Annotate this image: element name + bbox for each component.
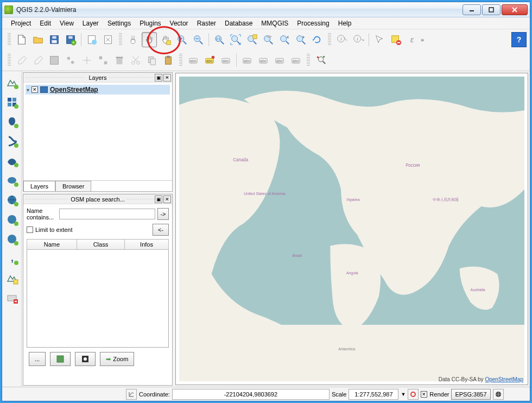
- zoom-last-button[interactable]: [277, 32, 292, 47]
- add-postgis-layer-button[interactable]: [4, 114, 20, 130]
- minimize-button[interactable]: [463, 4, 481, 15]
- move-feature-button[interactable]: [79, 53, 94, 68]
- pan-map-button[interactable]: [142, 32, 157, 47]
- menu-help[interactable]: Help: [334, 18, 356, 28]
- save-edits-button[interactable]: [47, 53, 62, 68]
- tab-browser[interactable]: Browser: [55, 181, 91, 191]
- open-project-button[interactable]: [30, 32, 46, 47]
- save-project-button[interactable]: [47, 32, 62, 47]
- osm-more-button[interactable]: ...: [29, 352, 46, 366]
- zoom-selection-button[interactable]: [244, 32, 259, 47]
- maximize-button[interactable]: [482, 4, 501, 15]
- col-infos[interactable]: Infos: [125, 240, 169, 250]
- help-button[interactable]: ?: [511, 32, 527, 47]
- copy-button[interactable]: [144, 53, 160, 68]
- zoom-next-button[interactable]: [293, 32, 308, 47]
- add-mssql-layer-button[interactable]: [4, 153, 20, 169]
- search-back-button[interactable]: <-: [153, 224, 169, 236]
- label-tool-7[interactable]: abc: [288, 53, 303, 68]
- toggle-edit-button[interactable]: [14, 53, 29, 68]
- add-wms-layer-button[interactable]: [4, 192, 20, 208]
- map-canvas[interactable]: Canada United States of America Россия У…: [175, 73, 528, 385]
- scale-input[interactable]: [349, 389, 398, 400]
- coordinate-input[interactable]: [172, 389, 330, 400]
- menu-project[interactable]: Project: [7, 18, 35, 28]
- paste-button[interactable]: [161, 53, 176, 68]
- touch-zoom-button[interactable]: [125, 32, 141, 47]
- label-tool-4[interactable]: abc: [239, 53, 255, 68]
- menu-database[interactable]: Database: [220, 18, 257, 28]
- osm-layer-button[interactable]: [75, 352, 96, 366]
- crs-icon[interactable]: [493, 389, 504, 400]
- zoom-out-button[interactable]: [191, 32, 206, 47]
- menu-vector[interactable]: Vector: [166, 18, 193, 28]
- add-wfs-layer-button[interactable]: [4, 231, 20, 247]
- stop-render-button[interactable]: [408, 389, 419, 400]
- col-class[interactable]: Class: [77, 240, 124, 250]
- zoom-in-button[interactable]: [174, 32, 189, 47]
- menu-plugins[interactable]: Plugins: [135, 18, 165, 28]
- layers-panel-pin-icon[interactable]: ▣: [155, 74, 162, 81]
- add-raster-layer-button[interactable]: [4, 94, 20, 110]
- osm-mask-button[interactable]: [50, 352, 71, 366]
- zoom-native-button[interactable]: 1:1: [212, 32, 227, 47]
- attribution-link[interactable]: OpenStreetMap: [485, 376, 523, 382]
- composer-manager-button[interactable]: [100, 32, 116, 47]
- remove-layer-button[interactable]: [4, 289, 20, 306]
- menu-mmqgis[interactable]: MMQGIS: [257, 18, 293, 28]
- select-button[interactable]: [372, 32, 387, 47]
- osm-results-list[interactable]: [27, 250, 169, 348]
- edit-button-2[interactable]: [30, 53, 46, 68]
- osm-panel-pin-icon[interactable]: ▣: [155, 196, 162, 203]
- pan-to-selection-button[interactable]: [158, 32, 173, 47]
- zoom-layer-button[interactable]: [261, 32, 276, 47]
- label-tool-3[interactable]: abc: [218, 53, 233, 68]
- label-tool-5[interactable]: abc: [256, 53, 271, 68]
- search-go-button[interactable]: ->: [157, 208, 169, 220]
- label-tool-6[interactable]: abc: [272, 53, 287, 68]
- add-oracle-layer-button[interactable]: [4, 172, 20, 188]
- crs-button[interactable]: EPSG:3857: [451, 389, 490, 400]
- add-spatialite-layer-button[interactable]: [4, 133, 20, 149]
- close-button[interactable]: [502, 4, 528, 15]
- col-name[interactable]: Name: [27, 240, 77, 250]
- label-tool-2[interactable]: abc: [202, 53, 217, 68]
- layer-checkbox[interactable]: ✕: [31, 86, 38, 93]
- save-as-button[interactable]: +: [63, 32, 78, 47]
- menu-edit[interactable]: Edit: [35, 18, 55, 28]
- zoom-full-button[interactable]: [228, 32, 243, 47]
- new-project-button[interactable]: [14, 32, 29, 47]
- new-shapefile-button[interactable]: [4, 270, 20, 286]
- osm-zoom-button[interactable]: ➡ Zoom: [100, 352, 134, 366]
- cut-button[interactable]: [128, 53, 143, 68]
- toolbar-overflow[interactable]: »: [421, 36, 428, 43]
- limit-extent-checkbox[interactable]: [27, 226, 33, 233]
- deselect-button[interactable]: [388, 32, 403, 47]
- expression-select-button[interactable]: ε: [404, 32, 420, 47]
- menu-layer[interactable]: Layer: [78, 18, 103, 28]
- render-checkbox[interactable]: ✕: [421, 391, 427, 398]
- tab-layers[interactable]: Layers: [23, 181, 55, 191]
- layer-tree[interactable]: ▾ ✕ OpenStreetMap: [23, 83, 172, 179]
- toggle-extents-icon[interactable]: [126, 389, 137, 400]
- add-wcs-layer-button[interactable]: [4, 211, 20, 228]
- name-contains-input[interactable]: [59, 209, 155, 219]
- identify-dropdown-button[interactable]: i: [351, 32, 366, 47]
- node-tool-button[interactable]: [96, 53, 111, 68]
- new-composer-button[interactable]: [84, 32, 99, 47]
- layer-item-osm[interactable]: ▾ ✕ OpenStreetMap: [26, 85, 170, 95]
- add-delimited-layer-button[interactable]: ,: [4, 250, 20, 267]
- identify-button[interactable]: i: [334, 32, 350, 47]
- layers-panel-close-icon[interactable]: ✕: [163, 74, 171, 81]
- refresh-button[interactable]: [309, 32, 325, 47]
- menu-raster[interactable]: Raster: [193, 18, 220, 28]
- menu-view[interactable]: View: [55, 18, 78, 28]
- delete-selected-button[interactable]: [112, 53, 127, 68]
- scale-dropdown-icon[interactable]: ▼: [401, 392, 406, 397]
- osm-tool-button[interactable]: [313, 53, 328, 68]
- add-vector-layer-button[interactable]: [4, 74, 20, 91]
- osm-panel-close-icon[interactable]: ✕: [163, 196, 171, 203]
- menu-processing[interactable]: Processing: [293, 18, 333, 28]
- add-feature-button[interactable]: [63, 53, 78, 68]
- label-tool-1[interactable]: abc: [186, 53, 201, 68]
